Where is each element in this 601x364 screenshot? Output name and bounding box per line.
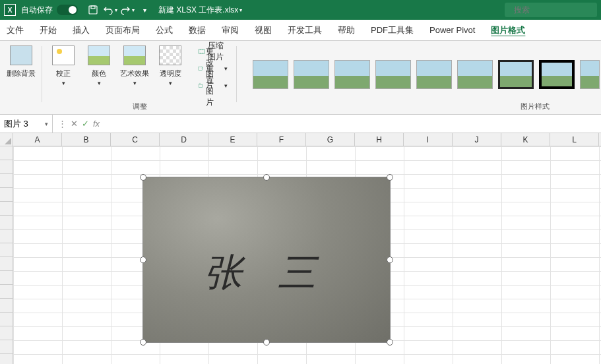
row-header[interactable] — [0, 271, 13, 285]
picture-style-6[interactable] — [457, 60, 493, 89]
group-spacer — [20, 104, 22, 113]
row-header[interactable] — [0, 326, 13, 340]
picture-style-3[interactable] — [334, 60, 370, 89]
save-button[interactable] — [86, 3, 100, 17]
tab-developer[interactable]: 开发工具 — [286, 22, 323, 39]
tab-home[interactable]: 开始 — [38, 22, 58, 39]
resize-handle-bl[interactable] — [140, 339, 146, 346]
artistic-effects-button[interactable]: 艺术效果▾ — [120, 44, 149, 86]
row-header[interactable] — [0, 174, 13, 188]
autosave-toggle[interactable] — [57, 5, 78, 15]
adjust-group-label: 调整 — [133, 102, 147, 113]
row-headers — [0, 146, 13, 364]
col-header-f[interactable]: F — [257, 133, 306, 146]
tab-file[interactable]: 文件 — [5, 22, 25, 39]
redo-button[interactable]: ▾ — [120, 3, 135, 17]
color-label: 颜色 — [92, 69, 106, 78]
resize-handle-ml[interactable] — [140, 257, 146, 263]
column-headers: A B C D E F G H I J K L — [13, 133, 601, 146]
svg-rect-1 — [91, 6, 95, 9]
formula-bar-row: 图片 3 ▾ ⋮ ✕ ✓ fx — [0, 115, 601, 133]
row-header[interactable] — [0, 202, 13, 216]
fx-icon[interactable]: fx — [93, 119, 100, 129]
resize-handle-mr[interactable] — [387, 257, 393, 263]
remove-background-button[interactable]: 删除背景 — [7, 44, 36, 78]
search-input[interactable] — [514, 5, 601, 15]
document-title[interactable]: 新建 XLSX 工作表.xlsx ▾ — [158, 5, 242, 16]
tab-view[interactable]: 视图 — [253, 22, 273, 39]
title-bar: X 自动保存 ▾ ▾ ▾ 新建 XLSX 工作表.xlsx ▾ — [0, 0, 601, 20]
row-header[interactable] — [0, 299, 13, 313]
col-header-e[interactable]: E — [208, 133, 257, 146]
search-box[interactable] — [505, 3, 597, 17]
col-header-i[interactable]: I — [404, 133, 453, 146]
row-header[interactable] — [0, 229, 13, 243]
reset-picture-button[interactable]: 重置图片▾ — [195, 78, 230, 94]
name-box-value: 图片 3 — [4, 118, 28, 130]
expand-icon[interactable]: ⋮ — [58, 119, 67, 129]
row-header[interactable] — [0, 216, 13, 229]
picture-content-text: 张 三 — [204, 247, 330, 299]
resize-handle-bm[interactable] — [263, 339, 270, 346]
svg-rect-5 — [199, 67, 202, 71]
picture-style-9[interactable] — [580, 60, 600, 89]
transparency-button[interactable]: 透明度▾ — [156, 44, 185, 86]
tab-layout[interactable]: 页面布局 — [104, 22, 141, 39]
cancel-formula-button[interactable]: ✕ — [71, 119, 78, 129]
col-header-j[interactable]: J — [453, 133, 501, 146]
tab-review[interactable]: 审阅 — [220, 22, 240, 39]
row-header[interactable] — [0, 243, 13, 257]
tab-picture-format[interactable]: 图片格式 — [490, 22, 526, 39]
col-header-c[interactable]: C — [111, 133, 160, 146]
row-header[interactable] — [0, 146, 13, 160]
resize-handle-tm[interactable] — [263, 174, 270, 181]
resize-handle-br[interactable] — [387, 339, 393, 346]
tab-data[interactable]: 数据 — [187, 22, 207, 39]
color-button[interactable]: 颜色▾ — [84, 44, 113, 86]
col-header-g[interactable]: G — [306, 133, 355, 146]
col-header-h[interactable]: H — [355, 133, 404, 146]
corrections-label: 校正 — [56, 69, 71, 78]
col-header-d[interactable]: D — [160, 133, 208, 146]
qat-customize[interactable]: ▾ — [137, 3, 152, 17]
resize-handle-tl[interactable] — [140, 174, 146, 181]
row-header[interactable] — [0, 188, 13, 202]
corrections-button[interactable]: 校正▾ — [49, 44, 78, 86]
tab-insert[interactable]: 插入 — [71, 22, 91, 39]
chevron-down-icon: ▾ — [239, 7, 242, 13]
picture-style-5[interactable] — [416, 60, 452, 89]
name-box[interactable]: 图片 3 ▾ — [0, 115, 53, 133]
picture-style-2[interactable] — [294, 60, 329, 89]
row-header[interactable] — [0, 313, 13, 326]
row-header[interactable] — [0, 160, 13, 174]
col-header-b[interactable]: B — [62, 133, 111, 146]
enter-formula-button[interactable]: ✓ — [82, 119, 89, 129]
col-header-k[interactable]: K — [501, 133, 550, 146]
formula-input[interactable] — [105, 115, 601, 133]
tab-powerpivot[interactable]: Power Pivot — [428, 22, 476, 38]
undo-button[interactable]: ▾ — [103, 3, 117, 17]
row-header[interactable] — [0, 257, 13, 271]
row-header[interactable] — [0, 285, 13, 299]
col-header-l[interactable]: L — [550, 133, 599, 146]
picture-style-7[interactable] — [498, 60, 534, 89]
selected-picture[interactable]: 张 三 — [142, 177, 391, 343]
resize-handle-tr[interactable] — [387, 174, 393, 181]
tab-help[interactable]: 帮助 — [336, 22, 356, 39]
svg-rect-0 — [89, 6, 97, 14]
svg-rect-4 — [199, 49, 205, 53]
picture-style-8[interactable] — [539, 60, 575, 89]
row-header[interactable] — [0, 340, 13, 354]
tab-formulas[interactable]: 公式 — [154, 22, 174, 39]
row-header[interactable] — [0, 354, 13, 364]
select-all-corner[interactable] — [0, 133, 13, 146]
tab-pdf[interactable]: PDF工具集 — [369, 22, 415, 39]
picture-styles-gallery — [243, 44, 601, 102]
filename-text: 新建 XLSX 工作表.xlsx — [158, 5, 238, 16]
col-header-a[interactable]: A — [13, 133, 62, 146]
compress-icon — [198, 46, 205, 57]
change-icon — [198, 63, 203, 75]
picture-style-1[interactable] — [253, 60, 288, 89]
reset-icon — [198, 80, 203, 92]
picture-style-4[interactable] — [375, 60, 411, 89]
